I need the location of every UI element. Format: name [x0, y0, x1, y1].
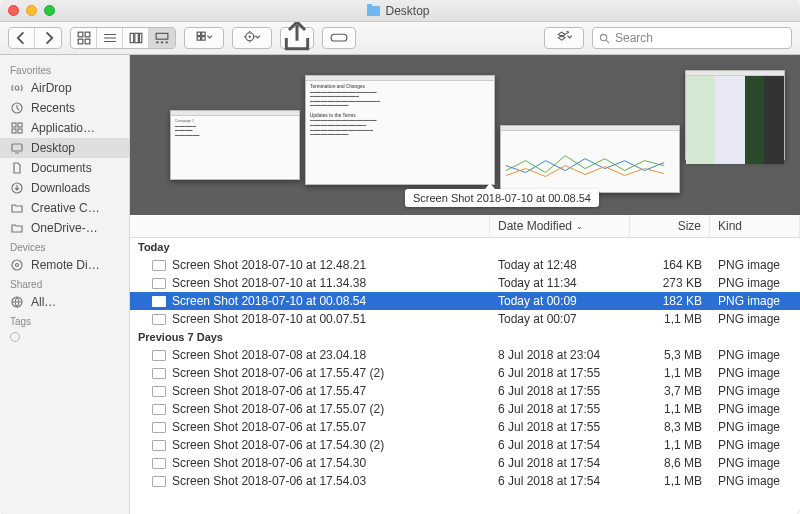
sidebar-item-recents[interactable]: Recents [0, 98, 129, 118]
file-kind: PNG image [710, 474, 800, 488]
close-button[interactable] [8, 5, 19, 16]
file-size: 8,3 MB [630, 420, 710, 434]
sidebar-heading: Devices [0, 238, 129, 255]
titlebar: Desktop [0, 0, 800, 22]
sidebar-item-desktop[interactable]: Desktop [0, 138, 129, 158]
file-size: 1,1 MB [630, 312, 710, 326]
file-row[interactable]: Screen Shot 2018-07-06 at 17.55.076 Jul … [130, 418, 800, 436]
header-kind[interactable]: Kind [710, 215, 800, 237]
forward-button[interactable] [35, 28, 61, 48]
back-button[interactable] [9, 28, 35, 48]
file-row[interactable]: Screen Shot 2018-07-08 at 23.04.188 Jul … [130, 346, 800, 364]
file-size: 3,7 MB [630, 384, 710, 398]
sidebar-item-label: AirDrop [31, 81, 72, 95]
sidebar-item-documents[interactable]: Documents [0, 158, 129, 178]
arrange-button[interactable] [184, 27, 224, 49]
svg-rect-17 [202, 37, 205, 40]
file-size: 273 KB [630, 276, 710, 290]
thumbnail[interactable]: Termination and Changes▬▬▬▬▬▬▬▬▬▬▬▬▬▬▬▬▬… [305, 75, 495, 185]
sidebar-heading: Tags [0, 312, 129, 329]
sidebar-item-applicatio[interactable]: Applicatio… [0, 118, 129, 138]
svg-rect-15 [202, 32, 205, 35]
sidebar-item-onedrive[interactable]: OneDrive-… [0, 218, 129, 238]
svg-rect-33 [12, 144, 22, 151]
apps-icon [10, 121, 24, 135]
file-icon [152, 476, 166, 487]
header-date[interactable]: Date Modified⌄ [490, 215, 630, 237]
file-date: Today at 00:09 [490, 294, 630, 308]
zoom-button[interactable] [44, 5, 55, 16]
sidebar-item-downloads[interactable]: Downloads [0, 178, 129, 198]
dropbox-button[interactable] [544, 27, 584, 49]
file-row[interactable]: Screen Shot 2018-07-06 at 17.55.07 (2)6 … [130, 400, 800, 418]
file-row[interactable]: Screen Shot 2018-07-06 at 17.54.306 Jul … [130, 454, 800, 472]
sidebar-tags[interactable] [0, 329, 129, 345]
desktop-icon [10, 141, 24, 155]
view-list-button[interactable] [97, 28, 123, 48]
search-icon [599, 33, 610, 44]
file-name: Screen Shot 2018-07-10 at 00.08.54 [172, 294, 366, 308]
file-row[interactable]: Screen Shot 2018-07-10 at 00.08.54Today … [130, 292, 800, 310]
tags-button[interactable] [322, 27, 356, 49]
file-name: Screen Shot 2018-07-06 at 17.55.47 [172, 384, 366, 398]
svg-rect-9 [139, 33, 141, 42]
svg-rect-13 [166, 42, 168, 44]
file-kind: PNG image [710, 384, 800, 398]
file-row[interactable]: Screen Shot 2018-07-06 at 17.55.47 (2)6 … [130, 364, 800, 382]
folder-icon [367, 6, 380, 16]
window-title: Desktop [385, 4, 429, 18]
sidebar-item-airdrop[interactable]: AirDrop [0, 78, 129, 98]
thumbnail-selected[interactable] [500, 125, 680, 193]
sidebar-item-label: Desktop [31, 141, 75, 155]
file-name: Screen Shot 2018-07-06 at 17.54.03 [172, 474, 366, 488]
file-kind: PNG image [710, 312, 800, 326]
action-button[interactable] [232, 27, 272, 49]
file-size: 1,1 MB [630, 402, 710, 416]
sidebar-item-all[interactable]: All… [0, 292, 129, 312]
svg-rect-3 [85, 39, 90, 44]
svg-rect-0 [78, 32, 83, 37]
file-row[interactable]: Screen Shot 2018-07-10 at 12.48.21Today … [130, 256, 800, 274]
view-columns-button[interactable] [123, 28, 149, 48]
svg-rect-24 [331, 35, 347, 42]
file-row[interactable]: Screen Shot 2018-07-06 at 17.55.476 Jul … [130, 382, 800, 400]
file-size: 1,1 MB [630, 474, 710, 488]
sidebar-item-creativec[interactable]: Creative C… [0, 198, 129, 218]
svg-rect-12 [161, 42, 163, 44]
thumbnail[interactable]: Campaign 1▬▬▬▬▬▬▬▬▬▬▬▬▬▬▬▬▬▬ [170, 110, 300, 180]
file-date: Today at 12:48 [490, 258, 630, 272]
file-name: Screen Shot 2018-07-10 at 11.34.38 [172, 276, 366, 290]
folder-icon [10, 221, 24, 235]
file-list: Date Modified⌄ Size Kind TodayScreen Sho… [130, 215, 800, 514]
airdrop-icon [10, 81, 24, 95]
file-icon [152, 404, 166, 415]
file-row[interactable]: Screen Shot 2018-07-10 at 00.07.51Today … [130, 310, 800, 328]
toolbar: Search [0, 22, 800, 55]
gallery-caption: Screen Shot 2018-07-10 at 00.08.54 [405, 189, 599, 207]
minimize-button[interactable] [26, 5, 37, 16]
header-name[interactable] [130, 215, 490, 237]
file-icon [152, 368, 166, 379]
file-kind: PNG image [710, 276, 800, 290]
file-row[interactable]: Screen Shot 2018-07-10 at 11.34.38Today … [130, 274, 800, 292]
header-size[interactable]: Size [630, 215, 710, 237]
search-placeholder: Search [615, 31, 653, 45]
svg-rect-8 [134, 33, 138, 42]
view-gallery-button[interactable] [149, 28, 175, 48]
view-icons-button[interactable] [71, 28, 97, 48]
sidebar-item-remotedi[interactable]: Remote Di… [0, 255, 129, 275]
file-icon [152, 296, 166, 307]
svg-rect-32 [18, 129, 22, 133]
sidebar-item-label: OneDrive-… [31, 221, 98, 235]
file-name: Screen Shot 2018-07-06 at 17.55.47 (2) [172, 366, 384, 380]
share-button[interactable] [280, 27, 314, 49]
file-kind: PNG image [710, 420, 800, 434]
sidebar-heading: Favorites [0, 61, 129, 78]
file-row[interactable]: Screen Shot 2018-07-06 at 17.54.30 (2)6 … [130, 436, 800, 454]
downloads-icon [10, 181, 24, 195]
window-controls [8, 5, 55, 16]
file-row[interactable]: Screen Shot 2018-07-06 at 17.54.036 Jul … [130, 472, 800, 490]
search-field[interactable]: Search [592, 27, 792, 49]
thumbnail[interactable] [685, 70, 785, 160]
file-icon [152, 314, 166, 325]
